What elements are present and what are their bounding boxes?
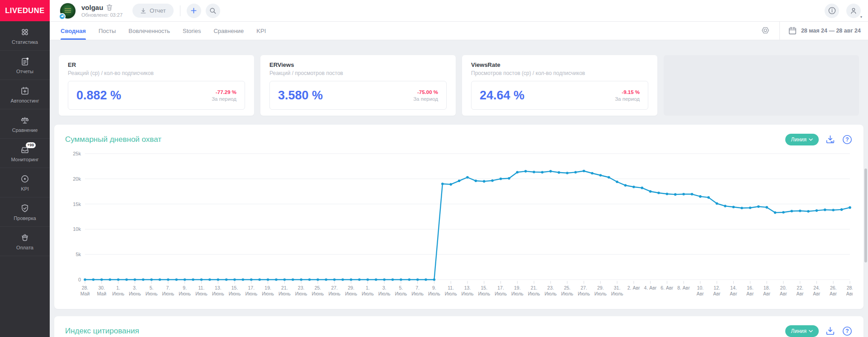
data-point[interactable] <box>791 210 793 212</box>
data-point[interactable] <box>400 278 402 281</box>
vertical-scrollbar[interactable] <box>864 168 867 262</box>
sidebar-item-target[interactable]: KPI <box>0 168 50 197</box>
data-point[interactable] <box>84 278 86 281</box>
data-point[interactable] <box>175 278 178 281</box>
data-point[interactable] <box>591 172 594 175</box>
data-point[interactable] <box>624 184 627 187</box>
data-point[interactable] <box>325 278 328 281</box>
data-point[interactable] <box>341 278 344 281</box>
tab-stories[interactable]: Stories <box>183 22 201 40</box>
delete-account-icon[interactable] <box>106 4 113 11</box>
data-point[interactable] <box>425 278 427 281</box>
data-point[interactable] <box>699 195 702 198</box>
data-point[interactable] <box>649 190 652 193</box>
data-point[interactable] <box>558 171 561 174</box>
data-point[interactable] <box>92 278 95 281</box>
sidebar-item-grid[interactable]: Статистика <box>0 21 50 51</box>
data-point[interactable] <box>441 183 444 185</box>
data-point[interactable] <box>217 278 220 281</box>
sidebar-item-report[interactable]: Отчеты <box>0 51 50 80</box>
data-point[interactable] <box>757 205 760 208</box>
data-point[interactable] <box>682 193 685 196</box>
daily-reach-chart[interactable]: 05k10k15k20k25k28.Май30.Май1.Июнь3.Июнь5… <box>65 148 853 302</box>
data-point[interactable] <box>392 278 394 281</box>
data-point[interactable] <box>383 278 386 281</box>
data-point[interactable] <box>184 278 186 281</box>
data-point[interactable] <box>117 278 120 281</box>
data-point[interactable] <box>208 278 211 281</box>
livedune-logo[interactable]: LIVEDUNE <box>0 0 50 21</box>
data-point[interactable] <box>749 206 752 209</box>
data-point[interactable] <box>350 278 353 281</box>
data-point[interactable] <box>616 181 618 183</box>
info-button[interactable] <box>825 4 839 18</box>
dashboard-settings-button[interactable] <box>760 26 770 36</box>
data-point[interactable] <box>292 278 294 281</box>
data-point[interactable] <box>449 183 452 186</box>
data-point[interactable] <box>599 174 602 177</box>
data-point[interactable] <box>242 278 245 281</box>
data-point[interactable] <box>167 278 170 281</box>
data-point[interactable] <box>632 186 635 188</box>
data-point[interactable] <box>741 207 743 210</box>
data-point[interactable] <box>824 209 826 211</box>
data-point[interactable] <box>716 202 718 205</box>
data-point[interactable] <box>125 278 128 281</box>
data-point[interactable] <box>134 278 137 281</box>
data-point[interactable] <box>150 278 153 281</box>
data-point[interactable] <box>225 278 228 281</box>
data-point[interactable] <box>358 278 361 281</box>
data-point[interactable] <box>408 278 411 281</box>
data-point[interactable] <box>832 209 835 211</box>
data-point[interactable] <box>308 278 311 281</box>
data-point[interactable] <box>491 179 494 182</box>
sidebar-item-inbox[interactable]: +99Мониторинг <box>0 139 50 168</box>
data-point[interactable] <box>641 187 643 189</box>
account-avatar[interactable] <box>60 3 76 19</box>
data-point[interactable] <box>816 209 818 212</box>
data-point[interactable] <box>774 211 777 214</box>
data-point[interactable] <box>233 278 236 281</box>
data-point[interactable] <box>799 210 802 212</box>
chart-type-dropdown[interactable]: Линия <box>785 325 819 337</box>
data-point[interactable] <box>283 278 286 281</box>
data-point[interactable] <box>782 211 785 214</box>
data-point[interactable] <box>691 193 693 196</box>
sidebar-item-shield-check[interactable]: Проверка <box>0 197 50 227</box>
data-point[interactable] <box>159 278 161 281</box>
data-point[interactable] <box>475 180 477 183</box>
data-point[interactable] <box>732 206 735 209</box>
data-point[interactable] <box>300 278 302 281</box>
data-point[interactable] <box>333 278 336 281</box>
data-point[interactable] <box>192 278 194 281</box>
data-point[interactable] <box>458 180 461 183</box>
data-point[interactable] <box>483 180 486 183</box>
data-point[interactable] <box>849 206 851 209</box>
chart-type-dropdown[interactable]: Линия <box>785 134 819 145</box>
data-point[interactable] <box>583 170 585 173</box>
tab-сравнение[interactable]: Сравнение <box>213 22 244 40</box>
data-point[interactable] <box>533 171 535 173</box>
data-point[interactable] <box>674 193 677 196</box>
data-point[interactable] <box>100 278 103 281</box>
sidebar-item-calendar-plus[interactable]: Автопостинг <box>0 80 50 109</box>
chart-download-button[interactable] <box>825 134 836 145</box>
data-point[interactable] <box>516 171 519 174</box>
data-point[interactable] <box>708 196 710 199</box>
data-point[interactable] <box>267 278 269 281</box>
data-point[interactable] <box>367 278 369 281</box>
data-point[interactable] <box>765 206 768 209</box>
add-account-button[interactable] <box>187 4 201 18</box>
data-point[interactable] <box>108 278 111 281</box>
chart-help-button[interactable]: ? <box>842 326 853 337</box>
data-point[interactable] <box>574 171 577 174</box>
data-point[interactable] <box>275 278 278 281</box>
data-point[interactable] <box>416 278 419 281</box>
sidebar-item-scales[interactable]: Сравнение <box>0 109 50 139</box>
data-point[interactable] <box>466 176 469 179</box>
tab-сводная[interactable]: Сводная <box>61 22 86 40</box>
tab-посты[interactable]: Посты <box>99 22 116 40</box>
date-range-picker[interactable]: 28 мая 24 — 28 авг 24 <box>788 26 861 35</box>
data-point[interactable] <box>500 178 502 180</box>
data-point[interactable] <box>375 278 377 281</box>
